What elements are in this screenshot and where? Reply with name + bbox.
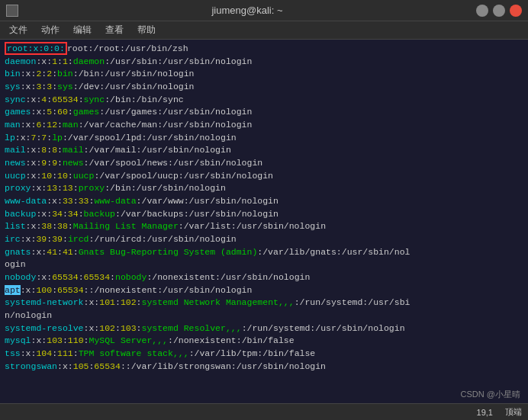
line-uucp: uucp:x:10:10:uucp:/var/spool/uucp:/usr/s… — [5, 170, 523, 183]
line-www-data: www-data:x:33:33:www-data:/var/www:/usr/… — [5, 195, 523, 208]
line-proxy: proxy:x:13:13:proxy:/bin:/usr/sbin/nolog… — [5, 182, 523, 195]
line-nobody: nobody:x:65534:65534:nobody:/nonexistent… — [5, 271, 523, 284]
maximize-button[interactable] — [493, 5, 505, 17]
menu-file[interactable]: 文件 — [3, 22, 34, 38]
menu-action[interactable]: 动作 — [35, 22, 66, 38]
line-tss: tss:x:104:111:TPM software stack,,,:/var… — [5, 348, 523, 361]
titlebar: jiumeng@kali: ~ — [0, 0, 528, 21]
menu-help[interactable]: 帮助 — [131, 22, 162, 38]
line-gnats: gnats:x:41:41:Gnats Bug-Reporting System… — [5, 246, 523, 259]
line-sys: sys:x:3:3:sys:/dev:/usr/sbin/nologin — [5, 81, 523, 94]
line-mysql: mysql:x:103:110:MySQL Server,,,:/nonexis… — [5, 335, 523, 348]
line-gnats-cont: ogin — [5, 258, 523, 271]
view-mode: 顶端 — [505, 406, 522, 418]
line-systemd-network: systemd-network:x:101:102:systemd Networ… — [5, 297, 523, 309]
line-irc: irc:x:39:39:ircd:/run/ircd:/usr/sbin/nol… — [5, 233, 523, 246]
line-systemd-network-cont: n/nologin — [5, 309, 523, 322]
line-apt: apt:x:100:65534::/nonexistent:/usr/sbin/… — [5, 284, 523, 297]
titlebar-buttons — [476, 5, 522, 17]
line-sync: sync:x:4:65534:sync:/bin:/bin/sync — [5, 94, 523, 107]
line-bin: bin:x:2:2:bin:/bin:/usr/sbin/nologin — [5, 68, 523, 81]
line-news: news:x:9:9:news:/var/spool/news:/usr/sbi… — [5, 157, 523, 170]
cursor-position: 19,1 — [477, 408, 493, 417]
line-strongswan: strongswan:x:105:65534::/var/lib/strongs… — [5, 361, 523, 374]
line-games: games:x:5:60:games:/usr/games:/usr/sbin/… — [5, 106, 523, 119]
statusbar: 19,1 顶端 — [0, 403, 528, 420]
minimize-button[interactable] — [476, 5, 488, 17]
terminal-content: root:x:0:0:root:/root:/usr/bin/zsh daemo… — [0, 40, 528, 403]
line-list: list:x:38:38:Mailing List Manager:/var/l… — [5, 220, 523, 233]
watermark: CSDN @小星晴 — [461, 389, 520, 400]
line-systemd-resolve: systemd-resolve:x:102:103:systemd Resolv… — [5, 322, 523, 335]
titlebar-title: jiumeng@kali: ~ — [211, 5, 282, 16]
line-root: root:x:0:0:root:/root:/usr/bin/zsh — [5, 43, 523, 56]
line-lp: lp:x:7:7:lp:/var/spool/lpd:/usr/sbin/nol… — [5, 132, 523, 145]
line-backup: backup:x:34:34:backup:/var/backups:/usr/… — [5, 208, 523, 221]
line-daemon: daemon:x:1:1:daemon:/usr/sbin:/usr/sbin/… — [5, 56, 523, 69]
titlebar-icon — [6, 5, 18, 17]
menu-edit[interactable]: 编辑 — [67, 22, 98, 38]
menubar: 文件 动作 编辑 查看 帮助 — [0, 21, 528, 40]
line-mail: mail:x:8:8:mail:/var/mail:/usr/sbin/nolo… — [5, 144, 523, 157]
menu-view[interactable]: 查看 — [99, 22, 130, 38]
close-button[interactable] — [510, 5, 522, 17]
line-man: man:x:6:12:man:/var/cache/man:/usr/sbin/… — [5, 119, 523, 132]
